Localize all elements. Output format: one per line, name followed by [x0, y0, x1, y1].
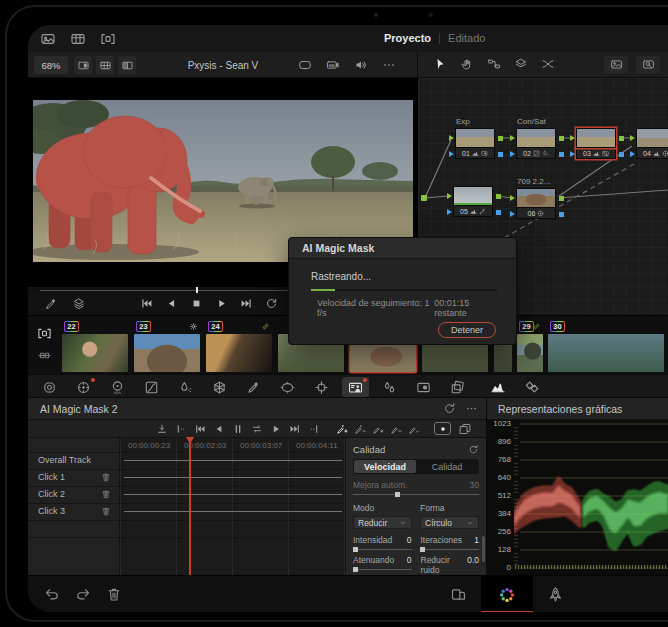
node-port[interactable] [447, 193, 452, 199]
node-02[interactable]: Con/Sat02 [516, 128, 558, 159]
undo-icon[interactable] [44, 586, 60, 602]
pen-smooth-icon[interactable] [408, 423, 420, 435]
node-port[interactable] [449, 151, 454, 157]
cursor-icon[interactable] [433, 57, 447, 71]
node-port[interactable] [559, 212, 564, 217]
single-view-button[interactable] [74, 56, 92, 74]
layers-icon[interactable] [72, 297, 86, 311]
stop-button[interactable]: Detener [438, 322, 496, 338]
node-port[interactable] [570, 135, 575, 141]
speaker-icon[interactable] [354, 58, 368, 72]
pages-icon[interactable] [450, 586, 467, 603]
tab-proyecto[interactable]: Proyecto [384, 32, 431, 44]
settings-scrollbar[interactable] [482, 536, 485, 562]
play-icon[interactable] [215, 297, 228, 310]
node-port[interactable] [510, 151, 515, 157]
picker-plus-icon[interactable] [336, 423, 348, 435]
node-port[interactable] [496, 194, 501, 199]
tab-velocidad[interactable]: Velocidad [354, 460, 416, 473]
image-search-button[interactable] [636, 56, 660, 73]
select-dropdown[interactable]: Reducir [353, 516, 412, 529]
node-port[interactable] [510, 195, 515, 201]
node-port[interactable] [619, 152, 624, 157]
trash-icon[interactable] [101, 506, 111, 516]
tracker-tool[interactable] [308, 377, 335, 397]
timeline-clip-22[interactable]: 22 [62, 321, 130, 372]
node-port[interactable] [498, 136, 503, 141]
split-view-button[interactable] [118, 56, 136, 74]
clip-title-dropdown[interactable]: Pxysis - Sean V [148, 52, 298, 78]
qualifier-tool[interactable] [172, 377, 199, 397]
node-port[interactable] [570, 151, 575, 157]
splitter-icon[interactable] [541, 57, 555, 71]
mark-right-icon[interactable] [308, 423, 320, 435]
timeline-clip-30[interactable]: 30 [548, 321, 666, 372]
auto-improve-slider[interactable] [353, 492, 479, 497]
zoom-level-button[interactable]: 68% [34, 56, 68, 74]
hand-icon[interactable] [460, 57, 474, 71]
picker-tool[interactable] [240, 377, 267, 397]
rocket-icon[interactable] [547, 586, 564, 603]
param-slider[interactable] [421, 547, 480, 552]
node-port[interactable] [449, 135, 454, 141]
onion-toggle-button[interactable] [434, 422, 451, 435]
node-port[interactable] [496, 210, 501, 215]
tab-calidad[interactable]: Calidad [416, 460, 478, 473]
panel-menu-icon[interactable] [465, 402, 478, 415]
track-row-click-1[interactable]: Click 1 [28, 469, 345, 486]
frame-icon[interactable] [298, 58, 312, 72]
play-icon[interactable] [270, 423, 282, 435]
trash-icon[interactable] [101, 489, 111, 499]
param-slider[interactable] [353, 567, 412, 572]
track-row-click-3[interactable]: Click 3 [28, 503, 345, 520]
tracker-playhead[interactable] [189, 438, 191, 575]
node-03[interactable]: 03 [576, 128, 618, 159]
node-port[interactable] [510, 135, 515, 141]
key-tool[interactable] [410, 377, 437, 397]
timeline-clip-24[interactable]: 24 [206, 321, 274, 372]
copy-layers-icon[interactable] [458, 422, 472, 436]
window-tool[interactable] [274, 377, 301, 397]
skip-start-icon[interactable] [140, 297, 153, 310]
step-back-icon[interactable] [165, 297, 178, 310]
stills-icon[interactable] [70, 31, 86, 47]
track-in-icon[interactable] [156, 423, 168, 435]
wheels-tool[interactable] [70, 377, 97, 397]
node-port[interactable] [630, 151, 635, 157]
node-05[interactable]: 05 [453, 186, 495, 217]
node-source-port[interactable] [421, 195, 427, 201]
trash-icon[interactable] [106, 586, 122, 602]
redo-icon[interactable] [75, 586, 91, 602]
timeline-clip-23[interactable]: 23 [134, 321, 202, 372]
pause-icon[interactable] [232, 423, 244, 435]
diamonds-icon[interactable] [524, 379, 540, 395]
skip-start-icon[interactable] [194, 423, 206, 435]
layer-node-icon[interactable] [514, 57, 528, 71]
histogram-icon[interactable] [490, 379, 506, 395]
node-port[interactable] [630, 135, 635, 141]
node-port[interactable] [498, 152, 503, 157]
node-port[interactable] [510, 211, 515, 217]
picker-minus-icon[interactable] [354, 423, 366, 435]
tab-editado[interactable]: Editado [448, 32, 485, 44]
node-port[interactable] [559, 152, 564, 157]
mark-left-icon[interactable] [175, 423, 187, 435]
step-back-icon[interactable] [213, 423, 225, 435]
node-01[interactable]: Exp01 [455, 128, 497, 159]
magic-tool[interactable] [342, 377, 369, 397]
stop-icon[interactable] [190, 297, 203, 310]
raw-tool[interactable] [36, 377, 63, 397]
grid-view-button[interactable] [96, 56, 114, 74]
sizing-tool[interactable] [444, 377, 471, 397]
pen-minus-icon[interactable] [390, 423, 402, 435]
skip-end-icon[interactable] [240, 297, 253, 310]
more-icon[interactable] [382, 58, 396, 72]
loop-icon[interactable] [265, 297, 278, 310]
image-menu-button[interactable] [604, 56, 628, 73]
curves-tool[interactable] [138, 377, 165, 397]
node-port[interactable] [619, 136, 624, 141]
track-row-overall-track[interactable]: Overall Track [28, 452, 345, 469]
track-row-click-2[interactable]: Click 2 [28, 486, 345, 503]
gallery-icon[interactable] [40, 31, 56, 47]
hdr-tool[interactable]: HDR [104, 377, 131, 397]
